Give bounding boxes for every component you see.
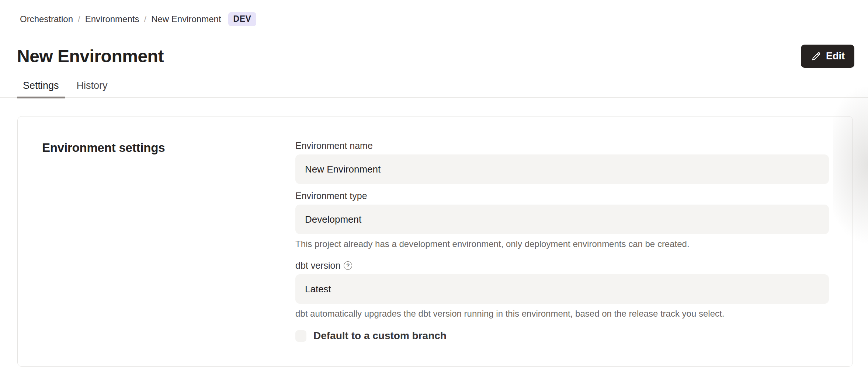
- tab-bar: Settings History: [0, 68, 868, 98]
- environment-type-group: Environment type Development This projec…: [295, 190, 829, 249]
- dbt-version-label: dbt version ?: [295, 260, 829, 271]
- tab-settings[interactable]: Settings: [17, 80, 65, 98]
- page-title: New Environment: [17, 46, 164, 66]
- environment-type-label: Environment type: [295, 190, 829, 201]
- environment-name-value: New Environment: [305, 164, 381, 175]
- breadcrumb-separator: /: [78, 14, 80, 24]
- pencil-icon: [810, 51, 822, 62]
- edit-button-label: Edit: [826, 51, 845, 62]
- dbt-version-helper: dbt automatically upgrades the dbt versi…: [295, 309, 829, 319]
- environment-settings-page: Orchestration / Environments / New Envir…: [0, 0, 868, 376]
- dbt-version-group: dbt version ? Latest dbt automatically u…: [295, 260, 829, 319]
- environment-name-group: Environment name New Environment: [295, 140, 829, 184]
- breadcrumb-separator: /: [144, 14, 146, 24]
- environment-name-input[interactable]: New Environment: [295, 154, 829, 184]
- environment-type-select[interactable]: Development: [295, 205, 829, 234]
- environment-type-helper: This project already has a development e…: [295, 239, 829, 249]
- environment-type-value: Development: [305, 214, 361, 225]
- dbt-version-label-text: dbt version: [295, 260, 340, 271]
- breadcrumb-orchestration[interactable]: Orchestration: [20, 14, 73, 24]
- dbt-version-select[interactable]: Latest: [295, 274, 829, 304]
- environment-settings-form: Environment name New Environment Environ…: [295, 116, 853, 366]
- section-heading: Environment settings: [42, 141, 295, 155]
- custom-branch-label: Default to a custom branch: [313, 330, 447, 342]
- custom-branch-row: Default to a custom branch: [295, 330, 829, 342]
- environment-name-label-text: Environment name: [295, 140, 373, 151]
- breadcrumb-environments[interactable]: Environments: [85, 14, 139, 24]
- environment-name-label: Environment name: [295, 140, 829, 151]
- breadcrumb-new-environment[interactable]: New Environment: [151, 14, 221, 24]
- edit-button[interactable]: Edit: [801, 45, 854, 68]
- environment-settings-card: Environment settings Environment name Ne…: [17, 116, 853, 367]
- custom-branch-checkbox[interactable]: [295, 330, 306, 342]
- breadcrumb: Orchestration / Environments / New Envir…: [0, 0, 868, 26]
- dbt-version-value: Latest: [305, 283, 331, 295]
- card-left-column: Environment settings: [18, 116, 295, 366]
- environment-type-label-text: Environment type: [295, 190, 367, 201]
- dev-badge: DEV: [228, 12, 257, 26]
- title-row: New Environment Edit: [0, 26, 868, 68]
- help-icon[interactable]: ?: [344, 261, 352, 270]
- tab-history[interactable]: History: [71, 80, 114, 98]
